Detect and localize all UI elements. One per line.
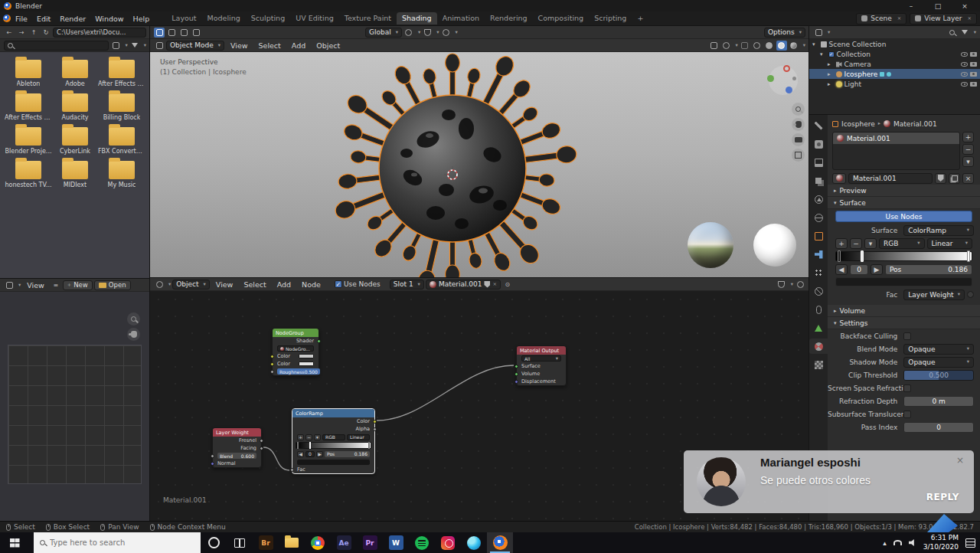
use-nodes-checkbox[interactable]: ✓	[335, 280, 342, 288]
close-icon[interactable]: ×	[897, 16, 901, 21]
outliner-filter-button[interactable]	[959, 28, 970, 38]
slot-select[interactable]: Slot 1 ▾	[390, 280, 424, 290]
menu-node[interactable]: Node	[297, 279, 325, 290]
app-premiere[interactable]: Pr	[357, 532, 383, 553]
browse-material-button[interactable]	[832, 173, 846, 184]
virus-model[interactable]	[322, 52, 583, 278]
viewport-zoom-button[interactable]	[792, 103, 805, 116]
roughness-slider[interactable]: Roughness0.500	[277, 368, 320, 375]
ramp-stop[interactable]	[368, 442, 370, 449]
shading-rendered-button[interactable]	[789, 41, 799, 51]
slot-specials-button[interactable]: ▾	[962, 156, 974, 167]
active-tool-button[interactable]	[154, 28, 165, 38]
ramp-mode-select[interactable]: RGB	[322, 434, 345, 440]
viewport-canvas[interactable]: User Perspective (1) Collection | Icosph…	[150, 52, 809, 278]
tab-rendering[interactable]: Rendering	[485, 12, 533, 25]
menu-select[interactable]: Select	[254, 40, 286, 51]
menu-object[interactable]: Object	[312, 40, 345, 51]
zoom-tool-button[interactable]	[127, 312, 140, 326]
tab-texture-paint[interactable]: Texture Paint	[339, 12, 397, 25]
add-stop-button[interactable]: +	[297, 434, 304, 440]
refresh-button[interactable]: ↻	[41, 28, 51, 38]
pin-button[interactable]: ⊙	[502, 280, 513, 290]
node-color-ramp[interactable]: ColorRamp Color Alpha + − ▾ RGB Linear ◀	[292, 408, 375, 474]
ramp-tools-button[interactable]: ▾	[314, 434, 321, 440]
scene-selector[interactable]: Scene ×	[856, 13, 906, 25]
mode-select[interactable]: Object Mode ▾	[166, 41, 224, 51]
open-image-button[interactable]: Open	[94, 280, 131, 290]
stop-index-field[interactable]: 0	[850, 264, 868, 275]
chevron-down-icon[interactable]: ▾	[803, 43, 805, 48]
show-overlays-button[interactable]	[720, 41, 731, 51]
material-slot-list[interactable]: Material.001	[832, 132, 960, 170]
tab-object-data[interactable]	[809, 320, 828, 335]
app-file-explorer[interactable]	[279, 532, 305, 553]
panel-preview[interactable]: ▸ Preview	[828, 185, 980, 197]
image-canvas-grid[interactable]	[8, 345, 142, 484]
menu-view[interactable]: View	[226, 40, 253, 51]
hide-in-viewport-icon[interactable]	[961, 72, 968, 77]
add-slot-button[interactable]: +	[962, 132, 974, 142]
tab-scene[interactable]	[809, 191, 828, 207]
output-target-select[interactable]: All▾	[521, 355, 561, 362]
stop-color-swatch[interactable]	[297, 460, 370, 465]
viewport-pan-button[interactable]	[792, 118, 805, 131]
transform-orientation-select[interactable]: Global ▾	[365, 28, 402, 38]
shadow-mode-select[interactable]: Opaque▾	[903, 357, 974, 368]
new-material-button[interactable]	[949, 173, 960, 184]
ramp-stop[interactable]	[297, 442, 299, 449]
cortana-button[interactable]	[201, 532, 227, 553]
prev-stop-button[interactable]: ◀	[297, 451, 304, 457]
folder-item[interactable]: Adobe	[54, 58, 96, 89]
stop-position-field[interactable]: Pos 0.186	[885, 264, 972, 275]
editor-type-button[interactable]	[4, 280, 15, 290]
editor-type-button[interactable]	[154, 280, 165, 290]
fac-input-select[interactable]: Layer Weight▾	[903, 290, 965, 300]
tab-material[interactable]	[809, 339, 828, 354]
chevron-down-icon[interactable]: ▾	[125, 43, 127, 48]
chevron-down-icon[interactable]: ▾	[168, 282, 171, 287]
backface-culling-checkbox[interactable]	[903, 332, 911, 340]
expand-icon[interactable]: ▸	[828, 71, 831, 77]
parent-dir-button[interactable]: ↑	[28, 28, 39, 38]
shading-solid-button[interactable]	[764, 41, 775, 51]
add-workspace-button[interactable]: +	[632, 12, 648, 25]
chevron-down-icon[interactable]: ▾	[144, 43, 146, 48]
folder-item[interactable]: honestech TV...	[5, 159, 52, 190]
shading-material-button[interactable]	[776, 41, 787, 51]
nodegroup-name-field[interactable]: NodeGro...	[277, 345, 314, 352]
pan-tool-button[interactable]	[127, 328, 140, 341]
expand-icon[interactable]: ▾	[812, 41, 815, 47]
tab-tool[interactable]	[809, 118, 828, 133]
chevron-down-icon[interactable]: ▾	[418, 30, 420, 35]
axis-y-icon[interactable]	[767, 75, 774, 82]
chevron-down-icon[interactable]: ▾	[974, 30, 976, 35]
unlink-icon[interactable]: ×	[492, 282, 496, 287]
options-dropdown[interactable]: Options ▾	[764, 28, 805, 38]
volume-input-socket[interactable]	[514, 372, 518, 376]
ramp-stop[interactable]	[967, 250, 970, 262]
next-stop-button[interactable]: ▶	[316, 451, 323, 457]
display-mode-thumbnails-button[interactable]	[110, 41, 121, 51]
panel-volume[interactable]: ▸ Volume	[828, 305, 980, 317]
surface-shader-select[interactable]: ColorRamp▾	[903, 225, 974, 236]
material-datablock[interactable]: Material.001 ×	[426, 280, 501, 290]
shader-output-socket[interactable]	[317, 339, 321, 343]
snap-toggle-button[interactable]	[776, 280, 787, 290]
filter-button[interactable]	[129, 41, 140, 51]
tab-layout[interactable]: Layout	[166, 12, 201, 25]
shader-type-select[interactable]: Object ▾	[172, 280, 210, 290]
app-chrome[interactable]	[305, 532, 331, 553]
tab-particles[interactable]	[809, 265, 828, 280]
folder-item[interactable]: After Effects P...	[5, 92, 52, 123]
axis-minor-icon[interactable]	[792, 77, 796, 80]
viewport-camera-button[interactable]	[792, 133, 805, 146]
ramp-stop[interactable]	[838, 250, 841, 262]
menu-select[interactable]: Select	[239, 279, 270, 290]
app-word[interactable]: W	[383, 532, 409, 553]
app-brackets[interactable]: Br	[253, 532, 279, 553]
tab-animation[interactable]: Animation	[437, 12, 485, 25]
tab-world[interactable]	[809, 210, 828, 225]
collection-checkbox[interactable]: ✓	[828, 51, 835, 57]
next-stop-button[interactable]: ▶	[871, 264, 883, 275]
